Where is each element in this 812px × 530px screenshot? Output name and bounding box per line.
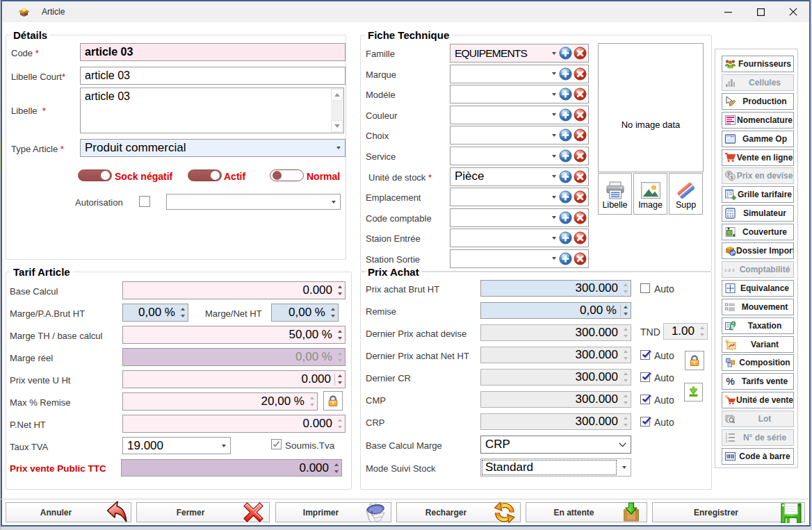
spinner-up-icon[interactable] [624,417,628,420]
marge-th-input[interactable]: 50,00 % [122,326,346,344]
cr-auto-checkbox[interactable] [640,372,650,382]
spinner-up-icon[interactable] [338,330,342,333]
marge-brut-input[interactable]: 0,00 % [122,304,188,322]
spinner-down-icon[interactable] [338,381,342,384]
spinner-down-icon[interactable] [700,333,704,336]
add-button[interactable] [559,211,572,224]
sidebar-button-mouvement[interactable]: Mouvement [722,299,794,315]
marge-net-input[interactable]: 0,00 % [271,304,339,322]
spinner-down-icon[interactable] [338,292,342,295]
brut-input[interactable]: 300.000 [480,280,631,297]
fiche-combo-unit-de-stock[interactable]: Pièce [450,167,589,186]
enregistrer-button[interactable]: Enregistrer [652,502,805,522]
clear-button[interactable] [574,170,587,183]
spinner-down-icon[interactable] [334,470,339,473]
add-button[interactable] [559,47,572,60]
spinner-down-icon[interactable] [181,315,185,317]
spinner-up-icon[interactable] [338,374,342,377]
scroll-up-button[interactable] [331,89,343,101]
spinner-down-icon[interactable] [624,424,628,427]
add-button[interactable] [559,108,572,122]
sidebar-button-grille-tarifaire[interactable]: Grille tarifaire [722,186,794,203]
spinner-down-icon[interactable] [624,401,628,404]
maximize-button[interactable] [745,1,777,22]
spinner-up-icon[interactable] [334,463,339,466]
en-attente-button[interactable]: En attente [526,502,647,522]
brut-auto-checkbox[interactable] [640,283,650,293]
base-marge-select[interactable]: CRP [480,436,631,454]
cmp-auto-checkbox[interactable] [640,395,650,404]
autorisation-select[interactable] [166,194,341,210]
sidebar-button-taxation[interactable]: $ Taxation [722,317,794,334]
add-button[interactable] [559,170,572,183]
sidebar-button-equivalance[interactable]: Equivalance [722,280,794,297]
sidebar-button-vente-en-ligne[interactable]: Vente en ligne [722,149,794,166]
add-button[interactable] [559,129,572,142]
prix-vente-input[interactable]: 0.000 [122,370,346,388]
libelle-textarea[interactable]: article 03 [80,88,344,133]
add-button[interactable] [559,231,572,245]
spinner-up-icon[interactable] [624,372,628,375]
spinner-up-icon[interactable] [624,306,628,308]
net-auto-checkbox[interactable] [640,350,650,360]
spinner-up-icon[interactable] [338,285,342,288]
spinner-down-icon[interactable] [338,426,342,429]
spinner-up-icon[interactable] [700,326,704,329]
code-input[interactable]: article 03 [80,43,346,61]
spinner-up-icon[interactable] [338,352,342,355]
download-button[interactable] [684,383,703,401]
clear-button[interactable] [574,190,587,204]
fiche-combo-mod-le[interactable] [450,85,589,103]
add-button[interactable] [559,252,572,265]
sidebar-button-simulateur[interactable]: Simulateur [722,205,794,222]
sidebar-button-variant[interactable]: Variant [722,336,794,353]
type-article-select[interactable]: Produit commercial [80,139,346,157]
spinner-up-icon[interactable] [624,395,628,397]
spinner-down-icon[interactable] [624,335,628,338]
clear-button[interactable] [574,108,587,122]
stock-negatif-toggle[interactable] [78,169,112,181]
spinner[interactable] [621,303,631,318]
spinner[interactable] [335,371,345,388]
pnet-input[interactable]: 0.000 [122,415,346,433]
spinner-down-icon[interactable] [338,337,342,340]
spinner-up-icon[interactable] [624,283,628,286]
clear-button[interactable] [574,211,587,224]
spinner[interactable] [178,304,188,321]
remise-input[interactable]: 0,00 % [480,302,631,319]
sidebar-button-tarifs-vente[interactable]: % Tarifs vente [722,373,794,390]
spinner-down-icon[interactable] [310,404,314,406]
sidebar-button-nomenclature[interactable]: Nomenclature [722,112,794,129]
spinner[interactable] [621,281,631,296]
max-remise-input[interactable]: 20,00 % [122,392,318,411]
add-button[interactable] [559,190,572,204]
rate-input[interactable]: 1.00 [663,323,708,340]
spinner[interactable] [335,326,345,343]
sidebar-button-production[interactable]: Production [722,93,794,110]
fiche-combo-famille[interactable]: EQUIPEMENTS [450,44,589,63]
fiche-combo-station-sortie[interactable] [450,249,589,268]
spinner[interactable] [332,460,341,476]
normal-toggle[interactable] [270,169,304,181]
spinner-up-icon[interactable] [310,397,314,399]
clear-button[interactable] [574,67,587,81]
add-button[interactable] [559,67,572,81]
sidebar-button-composition[interactable]: Composition [722,354,794,371]
base-calcul-input[interactable]: 0.000 [122,281,346,299]
spinner-down-icon[interactable] [624,357,628,360]
spinner-down-icon[interactable] [624,379,628,382]
clear-button[interactable] [574,231,587,245]
spinner-up-icon[interactable] [624,350,628,353]
textarea-scrollbar[interactable] [331,89,343,132]
spinner[interactable] [335,282,345,299]
sidebar-button-couverture[interactable]: Couverture [722,224,794,240]
close-button[interactable] [777,1,809,22]
fiche-combo-emplacement[interactable] [450,188,589,206]
fiche-combo-marque[interactable] [450,65,589,83]
spinner-down-icon[interactable] [624,313,628,315]
libelle-print-button[interactable]: Libelle [598,173,632,215]
fiche-combo-service[interactable] [450,147,589,165]
lock-button-2[interactable] [685,351,704,370]
lock-button[interactable] [323,391,343,411]
fiche-combo-staion-entr-e[interactable] [450,229,589,247]
